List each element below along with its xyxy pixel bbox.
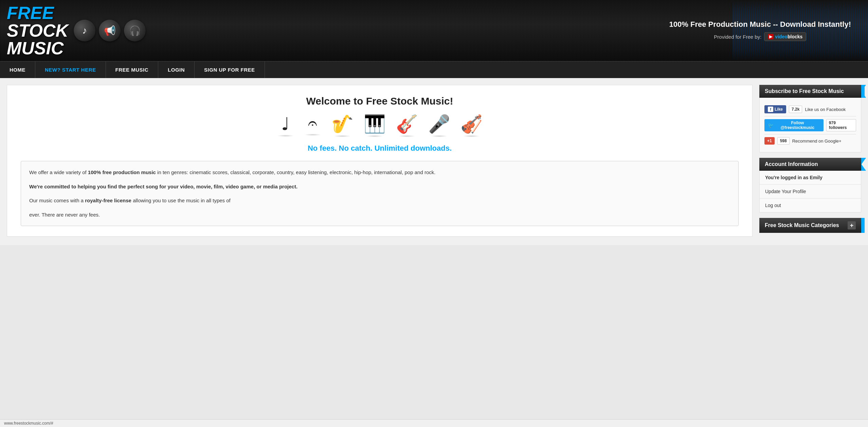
gp-label: +1 [767, 138, 772, 143]
nav-login[interactable]: LOGIN [158, 61, 195, 78]
categories-plus[interactable]: + [848, 221, 856, 229]
facebook-row: f Like 7.2k Like us on Facebook [764, 103, 856, 116]
nav-sign-up[interactable]: SIGN UP FOR FREE [195, 61, 265, 78]
microphone-icon: 🎤 [428, 114, 450, 137]
header-icons: ♪ 📢 🎧 [74, 20, 146, 41]
headphones-icon: 🎧 [124, 20, 146, 41]
info-para2-text: We're committed to helping you find the … [29, 184, 297, 189]
googleplus-button[interactable]: +1 [764, 137, 775, 145]
header-provided: Provided for Free by: ▶ videoblocks [669, 32, 851, 41]
account-header-wrapper: Account Information [759, 158, 861, 171]
info-para1-bold: 100% free production music [88, 169, 156, 175]
googleplus-text: Recommend on Google+ [792, 138, 842, 144]
info-para3-suffix: allowing you to use the music in all typ… [131, 198, 231, 203]
account-body: You're logged in as Emily Update Your Pr… [759, 171, 861, 212]
info-para3-bold: royalty-free license [85, 198, 131, 203]
sidebar: Subscribe to Free Stock Music f Like 7.2… [759, 85, 861, 238]
info-para-4: ever. There are never any fees. [29, 210, 730, 219]
twitter-row: 🐦 Follow @freestockmusic 979 followers [764, 116, 856, 134]
header-right: 100% Free Production Music -- Download I… [669, 20, 861, 41]
speaker-icon: 📢 [99, 20, 121, 41]
categories-title: Free Stock Music Categories [765, 222, 839, 228]
info-para3-prefix: Our music comes with a [29, 198, 85, 203]
account-sidebar-triangle-bottom [861, 164, 866, 171]
account-section: Account Information You're logged in as … [759, 158, 861, 212]
facebook-count: 7.2k [789, 106, 802, 113]
main-content: Welcome to Free Stock Music! ♩ 𝄐 🎷 🎹 🎸 [7, 85, 753, 237]
logo-stock: STOCK [7, 22, 68, 39]
info-para-2: We're committed to helping you find the … [29, 182, 730, 191]
pan-flute-icon: 𝄐 [304, 114, 321, 137]
info-para1-prefix: We offer a wide variety of [29, 169, 88, 175]
fb-like-label: Like [775, 107, 783, 112]
site-logo[interactable]: FREE STOCK MUSIC [7, 4, 68, 57]
saxophone-icon: 🎷 [331, 114, 354, 137]
sidebar-triangle-top [861, 85, 866, 92]
logo-free: FREE [7, 4, 68, 22]
music-note-icon: ♪ [74, 20, 95, 41]
videoblocks-logo[interactable]: ▶ videoblocks [764, 32, 806, 41]
facebook-icon: f [768, 107, 773, 112]
subscribe-header-wrapper: Subscribe to Free Stock Music [759, 85, 861, 98]
subscribe-header: Subscribe to Free Stock Music [759, 85, 861, 98]
piano-icon: 🎹 [364, 114, 386, 137]
subscribe-section: Subscribe to Free Stock Music f Like 7.2… [759, 85, 861, 152]
info-para-3: Our music comes with a royalty-free lice… [29, 196, 730, 205]
tagline-blue: No fees. No catch. Unlimited downloads. [21, 144, 739, 153]
header-tagline: 100% Free Production Music -- Download I… [669, 20, 851, 29]
logout-link[interactable]: Log out [765, 203, 781, 208]
googleplus-count: 598 [777, 137, 790, 145]
account-update-profile[interactable]: Update Your Profile [760, 185, 861, 199]
twitter-follow-button[interactable]: 🐦 Follow @freestockmusic [764, 119, 824, 131]
vb-text: videoblocks [775, 34, 802, 39]
provided-label: Provided for Free by: [714, 34, 761, 40]
update-profile-link[interactable]: Update Your Profile [765, 189, 806, 194]
subscribe-body: f Like 7.2k Like us on Facebook 🐦 Follow… [759, 98, 861, 152]
info-para1-suffix: in ten genres: cinematic scores, classic… [156, 169, 435, 175]
account-sidebar-triangle-top [861, 158, 866, 165]
header-left: FREE STOCK MUSIC ♪ 📢 🎧 [7, 4, 146, 57]
info-para-1: We offer a wide variety of 100% free pro… [29, 168, 730, 177]
page-body: Welcome to Free Stock Music! ♩ 𝄐 🎷 🎹 🎸 [0, 78, 868, 245]
account-header: Account Information [759, 158, 861, 171]
logo-music: MUSIC [7, 39, 68, 57]
twitter-follow-label: Follow @freestockmusic [775, 120, 820, 130]
sidebar-triangle-bottom [861, 91, 866, 98]
guitar-icon: 🎸 [396, 114, 418, 137]
facebook-like-button[interactable]: f Like [764, 105, 786, 113]
vb-icon: ▶ [768, 34, 774, 39]
nav-free-music[interactable]: FREE MUSIC [106, 61, 159, 78]
categories-header: Free Stock Music Categories + [759, 218, 861, 233]
info-box: We offer a wide variety of 100% free pro… [21, 161, 739, 226]
subscribe-title: Subscribe to Free Stock Music [765, 88, 844, 94]
nav-home[interactable]: HOME [0, 61, 35, 78]
nav-new-start-here[interactable]: NEW? START HERE [35, 61, 106, 78]
twitter-followers: 979 followers [826, 119, 856, 131]
account-logout[interactable]: Log out [760, 199, 861, 212]
facebook-text: Like us on Facebook [805, 107, 846, 112]
welcome-title: Welcome to Free Stock Music! [21, 95, 739, 107]
violin-icon: 🎻 [460, 114, 483, 137]
music-note-icon: ♩ [277, 114, 294, 137]
account-title: Account Information [765, 161, 818, 167]
music-icons-row: ♩ 𝄐 🎷 🎹 🎸 🎤 [21, 114, 739, 137]
site-header: FREE STOCK MUSIC ♪ 📢 🎧 100% Free Product… [0, 0, 868, 61]
categories-header-wrapper: Free Stock Music Categories + [759, 218, 861, 233]
categories-section: Free Stock Music Categories + [759, 218, 861, 233]
account-logged-in: You're logged in as Emily [760, 171, 861, 185]
googleplus-row: +1 598 Recommend on Google+ [764, 134, 856, 147]
twitter-icon: 🐦 [768, 123, 774, 128]
main-nav: HOME NEW? START HERE FREE MUSIC LOGIN SI… [0, 61, 868, 78]
